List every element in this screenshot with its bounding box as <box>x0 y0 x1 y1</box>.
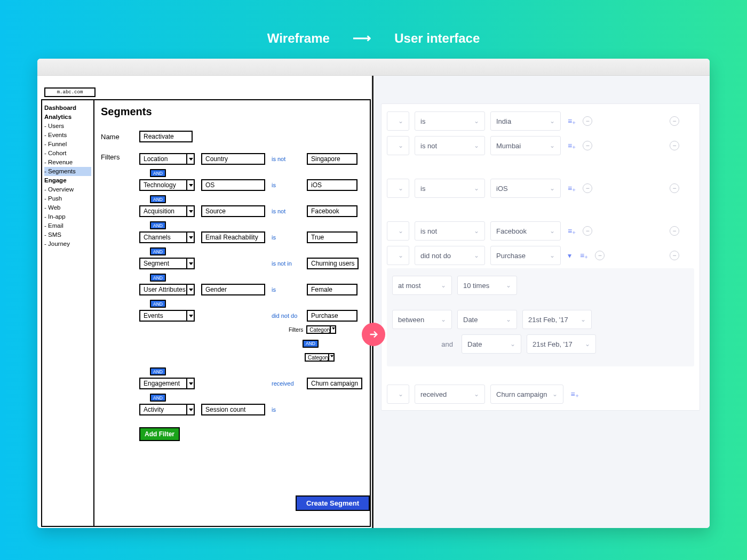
add-condition-icon[interactable]: ≡₊ <box>569 390 580 398</box>
ui-select-value[interactable]: Facebook⌄ <box>490 221 561 241</box>
filter-value-field[interactable]: True <box>307 231 357 243</box>
ui-select-blank[interactable]: ⌄ <box>387 111 409 131</box>
sidebar-item-sms[interactable]: SMS <box>44 230 91 239</box>
remove-row-icon[interactable]: − <box>670 116 679 126</box>
filter-attribute-field[interactable]: OS <box>201 179 265 191</box>
name-input[interactable]: Reactivate <box>139 131 193 142</box>
filter-category-dropdown[interactable]: User Attributes <box>139 284 195 295</box>
create-segment-button[interactable]: Create Segment <box>296 495 370 511</box>
and-chip[interactable]: AND <box>150 169 166 177</box>
filter-category-dropdown[interactable]: Technology <box>139 179 195 191</box>
sub-filter-dropdown[interactable]: Category <box>306 325 336 334</box>
filter-value-field[interactable]: Purchase <box>307 310 357 322</box>
filter-value-field[interactable]: Female <box>307 284 357 295</box>
filter-category-dropdown[interactable]: Activity <box>139 404 195 415</box>
filter-operator[interactable]: is <box>272 406 301 413</box>
ui-select-blank[interactable]: ⌄ <box>387 221 409 241</box>
filter-attribute-field[interactable]: Country <box>201 153 265 165</box>
filter-category-dropdown[interactable]: Acquisition <box>139 205 195 217</box>
filter-value-field[interactable]: Churning users <box>307 258 359 269</box>
ui-select-operator[interactable]: is⌄ <box>415 179 485 198</box>
ui-select-value[interactable]: Churn campaign⌄ <box>490 385 563 404</box>
date-value-select-b[interactable]: 21st Feb, '17⌄ <box>527 334 596 354</box>
filter-operator[interactable]: is not in <box>272 260 301 267</box>
and-chip[interactable]: AND <box>150 300 166 308</box>
ui-select-operator[interactable]: is⌄ <box>415 111 485 131</box>
sub-and-chip[interactable]: AND <box>303 338 363 349</box>
remove-row-icon[interactable]: − <box>670 141 679 150</box>
add-condition-icon[interactable]: ≡₊ <box>566 141 577 150</box>
filter-attribute-field[interactable]: Session count <box>201 404 265 415</box>
filter-icon[interactable]: ▾ <box>566 251 573 260</box>
remove-row-icon[interactable]: − <box>670 251 679 260</box>
filter-operator[interactable]: did not do <box>272 313 301 319</box>
ui-select-blank[interactable]: ⌄ <box>387 179 409 198</box>
and-chip[interactable]: AND <box>150 394 166 402</box>
sidebar-item-events[interactable]: Events <box>44 131 91 140</box>
remove-row-icon[interactable]: − <box>670 226 679 236</box>
filter-category-dropdown[interactable]: Location <box>139 153 195 165</box>
filter-operator[interactable]: is <box>272 182 301 188</box>
add-filter-button[interactable]: Add Filter <box>139 427 180 441</box>
filter-operator[interactable]: received <box>272 380 301 387</box>
and-chip[interactable]: AND <box>150 247 166 255</box>
sidebar-item-overview[interactable]: Overview <box>44 185 91 194</box>
sidebar-item-journey[interactable]: Journey <box>44 239 91 249</box>
freq-count-select[interactable]: 10 times⌄ <box>457 276 517 295</box>
freq-mode-select[interactable]: at most⌄ <box>392 276 452 295</box>
ui-select-operator[interactable]: is not⌄ <box>415 136 485 155</box>
ui-select-blank[interactable]: ⌄ <box>387 246 409 265</box>
filter-value-field[interactable]: Facebook <box>307 205 357 217</box>
ui-select-operator[interactable]: received⌄ <box>415 385 485 404</box>
add-condition-icon[interactable]: ≡₊ <box>578 251 590 260</box>
sidebar-item-push[interactable]: Push <box>44 194 91 203</box>
date-value-select[interactable]: 21st Feb, '17⌄ <box>522 310 592 329</box>
remove-icon[interactable]: − <box>583 116 592 126</box>
filter-category-dropdown[interactable]: Events <box>139 310 195 322</box>
ui-select-value[interactable]: iOS⌄ <box>490 179 561 198</box>
filter-category-dropdown[interactable]: Segment <box>139 258 195 269</box>
filter-operator[interactable]: is <box>272 234 301 241</box>
sidebar-item-in-app[interactable]: In-app <box>44 212 91 221</box>
remove-icon[interactable]: − <box>583 183 592 193</box>
add-condition-icon[interactable]: ≡₊ <box>566 117 577 125</box>
add-condition-icon[interactable]: ≡₊ <box>566 184 577 193</box>
filter-value-field[interactable]: Singapore <box>307 153 357 165</box>
filter-attribute-field[interactable]: Source <box>201 205 265 217</box>
remove-icon[interactable]: − <box>583 141 592 150</box>
remove-row-icon[interactable]: − <box>670 183 679 193</box>
sub-filter-dropdown[interactable]: Category <box>305 353 335 362</box>
ui-select-blank[interactable]: ⌄ <box>387 385 409 404</box>
add-condition-icon[interactable]: ≡₊ <box>566 227 577 235</box>
sidebar-item-segments[interactable]: Segments <box>44 167 91 176</box>
filter-category-dropdown[interactable]: Engagement <box>139 378 195 389</box>
filter-value-field[interactable]: Churn campaign <box>307 378 362 389</box>
ui-select-value[interactable]: Mumbai⌄ <box>490 136 561 155</box>
filter-attribute-field[interactable]: Gender <box>201 284 265 295</box>
sidebar-item-funnel[interactable]: Funnel <box>44 140 91 149</box>
filter-attribute-field[interactable]: Email Reachability <box>201 231 265 243</box>
and-chip[interactable]: AND <box>150 367 166 375</box>
sidebar-item-cohort[interactable]: Cohort <box>44 149 91 158</box>
filter-category-dropdown[interactable]: Channels <box>139 231 195 243</box>
remove-icon[interactable]: − <box>595 251 605 260</box>
date-field-select-b[interactable]: Date⌄ <box>462 334 521 354</box>
filter-operator[interactable]: is not <box>272 208 301 214</box>
sidebar-item-web[interactable]: Web <box>44 203 91 212</box>
sidebar-item-users[interactable]: Users <box>44 122 91 131</box>
ui-select-blank[interactable]: ⌄ <box>387 136 409 155</box>
sidebar-item-email[interactable]: Email <box>44 221 91 230</box>
sidebar-item-revenue[interactable]: Revenue <box>44 158 91 167</box>
filter-operator[interactable]: is not <box>272 156 301 162</box>
ui-select-operator[interactable]: is not⌄ <box>415 221 485 241</box>
ui-select-value[interactable]: India⌄ <box>490 111 561 131</box>
filter-operator[interactable]: is <box>272 286 301 293</box>
url-field[interactable]: m.abc.com <box>44 87 96 97</box>
and-chip[interactable]: AND <box>150 274 166 282</box>
date-mode-select[interactable]: between⌄ <box>392 310 452 329</box>
ui-select-value[interactable]: Purchase⌄ <box>490 246 561 265</box>
filter-value-field[interactable]: iOS <box>307 179 357 191</box>
and-chip[interactable]: AND <box>150 221 166 229</box>
remove-icon[interactable]: − <box>583 226 592 236</box>
and-chip[interactable]: AND <box>150 195 166 203</box>
